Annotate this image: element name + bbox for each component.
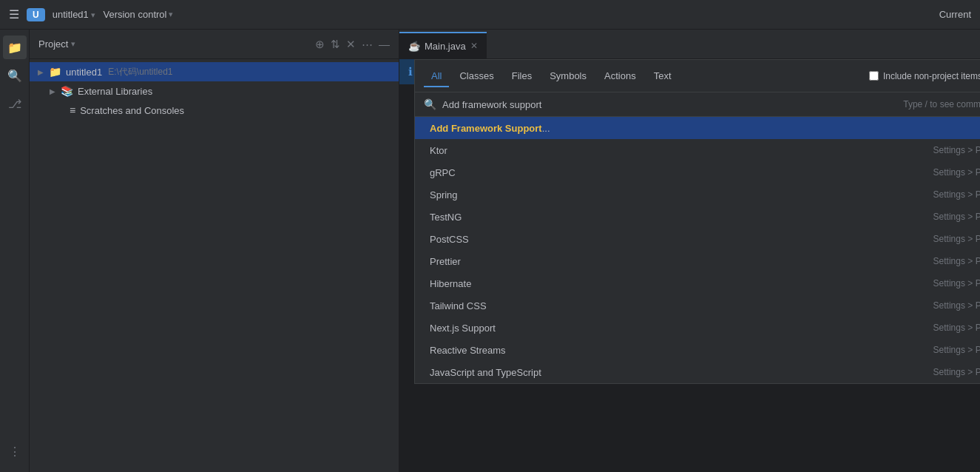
icon-bar-search[interactable]: 🔍 [3,64,27,87]
result-item-spring[interactable]: Spring Settings > Plugin [415,183,980,206]
result-item-prettier[interactable]: Prettier Settings > Plugin [415,250,980,272]
sidebar-title[interactable]: Project ▾ [38,38,75,50]
result-label-hibernate: Hibernate [430,278,933,289]
tab-close-icon[interactable]: ✕ [470,41,478,51]
result-item-ktor[interactable]: Ktor Settings > Plugin [415,139,980,161]
tab-classes[interactable]: Classes [452,66,501,87]
titlebar: ☰ U untitled1 ▾ Version control ▾ Curren… [0,0,980,30]
hamburger-menu-icon[interactable]: ☰ [9,7,19,21]
search-panel: All Classes Files Symbols Actions Text [414,59,980,384]
result-label-reactive-streams: Reactive Streams [430,345,933,356]
left-icon-bar: 📁 🔍 ⎇ ⋮ [0,30,30,472]
results-list: Add Framework Support... Ktor Settings >… [415,117,980,383]
result-shortcut-tailwind: Settings > Plugin [933,300,980,311]
result-shortcut-hibernate: Settings > Plugin [933,278,980,289]
search-input-row: 🔍 Type / to see commands [415,92,980,117]
icon-bar-folder[interactable]: 📁 [3,36,27,59]
tree-path-untitled1: E:\代码\untitled1 [108,66,172,78]
result-shortcut-prettier: Settings > Plugin [933,256,980,266]
search-magnifier-icon: 🔍 [424,98,436,110]
include-non-project-checkbox-row: Include non-project items [869,71,980,81]
tab-files[interactable]: Files [504,66,539,87]
sidebar-minimize-icon[interactable]: — [379,38,390,50]
project-badge-letter: U [33,10,39,20]
main-layout: 📁 🔍 ⎇ ⋮ Project ▾ ⊕ ⇅ ✕ ⋯ — ▶ 📁 untit [0,30,980,472]
result-label-js-ts: JavaScript and TypeScript [430,367,933,378]
info-icon: ℹ [408,65,413,78]
java-file-icon: ☕ [408,41,420,52]
result-item-testng[interactable]: TestNG Settings > Plugin [415,206,980,228]
result-item-grpc[interactable]: gRPC Settings > Plugin [415,161,980,183]
tab-label: Main.java [425,41,466,52]
result-item-nextjs[interactable]: Next.js Support Settings > Plugin [415,317,980,339]
result-label-grpc: gRPC [430,167,933,178]
sidebar: Project ▾ ⊕ ⇅ ✕ ⋯ — ▶ 📁 untitled1 E:\代码\… [30,30,399,472]
result-label-add-framework: Add Framework Support... [430,123,980,134]
result-item-postcss[interactable]: PostCSS Settings > Plugin [415,228,980,250]
project-badge[interactable]: U [27,8,45,21]
tree-label-ext-libs: External Libraries [78,86,152,97]
tree-icon-ext-libs: 📚 [61,85,73,97]
tree-label-scratches: Scratches and Consoles [80,105,184,116]
sidebar-close-icon[interactable]: ✕ [346,38,356,51]
result-label-postcss: PostCSS [430,234,933,245]
tree-icon-scratches: ≡ [70,104,75,116]
tree-icon-untitled1: 📁 [49,66,61,78]
result-shortcut-spring: Settings > Plugin [933,189,980,200]
sidebar-actions: ⊕ ⇅ ✕ ⋯ — [315,38,390,51]
sidebar-target-icon[interactable]: ⊕ [315,38,325,51]
result-shortcut-reactive-streams: Settings > Plugin [933,345,980,355]
result-label-spring: Spring [430,189,933,200]
tree-item-untitled1[interactable]: ▶ 📁 untitled1 E:\代码\untitled1 [30,62,399,81]
result-shortcut-nextjs: Settings > Plugin [933,323,980,333]
tree-arrow-ext-libs: ▶ [47,86,58,96]
search-hint: Type / to see commands [903,99,980,109]
sidebar-header: Project ▾ ⊕ ⇅ ✕ ⋯ — [30,30,399,59]
result-shortcut-grpc: Settings > Plugin [933,167,980,178]
result-shortcut-ktor: Settings > Plugin [933,145,980,155]
result-shortcut-testng: Settings > Plugin [933,212,980,222]
version-control-menu[interactable]: Version control ▾ [103,9,173,20]
result-shortcut-js-ts: Settings > Plugin [933,367,980,377]
result-item-hibernate[interactable]: Hibernate Settings > Plugin [415,272,980,294]
result-label-tailwind: Tailwind CSS [430,300,933,311]
sidebar-sort-icon[interactable]: ⇅ [331,38,340,51]
include-non-project-checkbox[interactable] [869,71,879,81]
result-item-add-framework-support[interactable]: Add Framework Support... [415,117,980,139]
editor-tab-main-java[interactable]: ☕ Main.java ✕ [399,32,487,58]
icon-bar-git[interactable]: ⎇ [3,92,27,115]
tree-label-untitled1: untitled1 [66,67,102,78]
project-name[interactable]: untitled1 ▾ [53,9,96,20]
tab-text[interactable]: Text [646,66,679,87]
result-item-tailwind[interactable]: Tailwind CSS Settings > Plugin [415,294,980,317]
search-input[interactable] [442,99,897,110]
current-label: Current [939,9,971,20]
include-non-project-label: Include non-project items [883,71,980,81]
editor-tabs: ☕ Main.java ✕ [399,30,980,59]
result-item-js-ts[interactable]: JavaScript and TypeScript Settings > Plu… [415,361,980,383]
sidebar-more-icon[interactable]: ⋯ [362,38,373,51]
sidebar-tree: ▶ 📁 untitled1 E:\代码\untitled1 ▶ 📚 Extern… [30,59,399,472]
search-tabs: All Classes Files Symbols Actions Text [415,60,980,92]
icon-bar-more[interactable]: ⋮ [3,439,27,463]
tab-actions[interactable]: Actions [597,66,643,87]
result-label-nextjs: Next.js Support [430,323,933,334]
result-label-ktor: Ktor [430,145,933,156]
tab-all[interactable]: All [424,66,449,87]
result-shortcut-postcss: Settings > Plugin [933,234,980,244]
tree-item-external-libraries[interactable]: ▶ 📚 External Libraries [30,81,399,101]
tree-arrow-untitled1: ▶ [36,67,46,77]
tree-item-scratches[interactable]: ▶ ≡ Scratches and Consoles [30,101,399,120]
result-label-testng: TestNG [430,212,933,223]
result-item-reactive-streams[interactable]: Reactive Streams Settings > Plugin [415,339,980,361]
result-label-prettier: Prettier [430,256,933,267]
tab-symbols[interactable]: Symbols [542,66,594,87]
